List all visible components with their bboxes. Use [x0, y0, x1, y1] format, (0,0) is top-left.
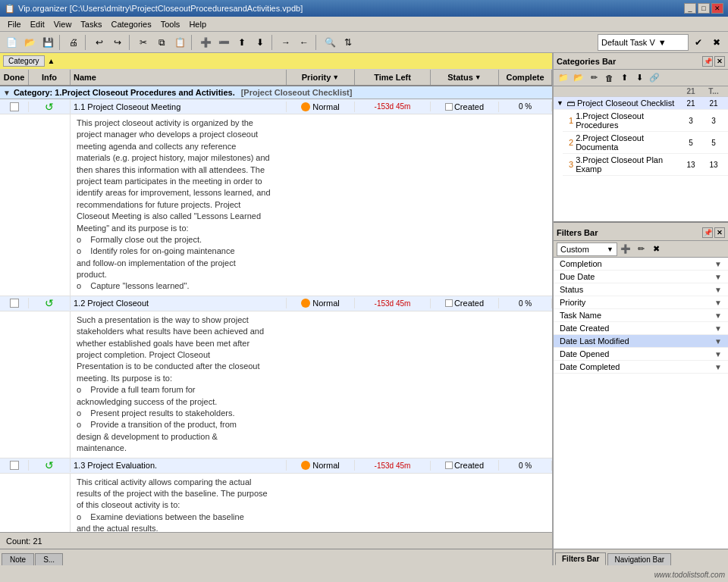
list-item[interactable]: Date Created ▼ [554, 322, 728, 335]
expand-icon-cat1[interactable]: ▼ [3, 89, 11, 97]
categories-pin-button[interactable]: 📌 [702, 56, 713, 67]
tree-cat2-total: 5 [702, 139, 725, 147]
filters-bar-tab[interactable]: Filters Bar [555, 552, 606, 565]
toolbar-sep1 [59, 35, 62, 50]
indent-button[interactable]: → [278, 34, 294, 51]
filter-due-date: Due Date [560, 272, 714, 281]
cat-add-button[interactable]: 📁 [557, 71, 570, 85]
menu-view[interactable]: View [49, 18, 77, 30]
save-button[interactable]: 💾 [39, 34, 56, 51]
menu-categories[interactable]: Categories [106, 18, 155, 30]
cut-button[interactable]: ✂ [135, 34, 152, 51]
add-task-button[interactable]: ➕ [197, 34, 214, 51]
cat-move-up-button[interactable]: ⬆ [617, 71, 631, 85]
tree-cat3-label: 3.Project Closeout Plan Examp [576, 155, 679, 174]
col-header-name[interactable]: Name [71, 70, 287, 85]
task-priority-cell: Normal [287, 298, 355, 308]
outdent-button[interactable]: ← [296, 34, 312, 51]
tree-item-cat1[interactable]: 1 1.Project Closeout Procedures 3 3 [563, 110, 728, 132]
task-name-cell[interactable]: 1.1 Project Closeout Meeting [71, 102, 287, 112]
titlebar: 📋 Vip.organizer [C:\Users\dmitry\Project… [0, 0, 728, 17]
cat-add-sub-button[interactable]: 📂 [572, 71, 585, 85]
filter-date-created: Date Created [560, 324, 714, 333]
menu-help[interactable]: Help [184, 18, 211, 30]
col-header-done[interactable]: Done [0, 70, 29, 85]
move-down-button[interactable]: ⬇ [252, 34, 268, 51]
list-item[interactable]: Date Last Modified ▼ [554, 335, 728, 348]
maximize-button[interactable]: □ [698, 3, 710, 14]
toolbar-extra2[interactable]: ✖ [708, 34, 725, 51]
watermark: www.todolistsoft.com [654, 571, 725, 579]
col-header-priority[interactable]: Priority ▼ [287, 70, 355, 85]
tree-cat3-undone: 13 [679, 161, 702, 169]
list-item[interactable]: Date Opened ▼ [554, 348, 728, 361]
list-item[interactable]: Priority ▼ [554, 296, 728, 309]
sort-button[interactable]: ⇅ [340, 34, 356, 51]
priority-filter-icon[interactable]: ▼ [332, 74, 339, 81]
status-filter-icon[interactable]: ▼ [475, 74, 482, 81]
task-name-cell[interactable]: 1.3 Project Evaluation. [71, 460, 287, 471]
filter-status: Status [560, 285, 714, 294]
filter-custom-dropdown[interactable]: Custom ▼ [557, 242, 617, 256]
toolbar-sep2 [85, 35, 88, 50]
menu-edit[interactable]: Edit [26, 18, 49, 30]
task-list[interactable]: ▼ Category: 1.Project Closeout Procedure… [0, 86, 552, 532]
tree-item-cat2[interactable]: 2 2.Project Closeout Documenta 5 5 [563, 132, 728, 154]
cat-link-button[interactable]: 🔗 [648, 71, 661, 85]
category-row-1[interactable]: ▼ Category: 1.Project Closeout Procedure… [0, 86, 552, 99]
titlebar-title: Vip.organizer [C:\Users\dmitry\ProjectCl… [18, 4, 303, 13]
tree-item-root[interactable]: ▼ 🗃 Project Closeout Checklist 21 21 [554, 97, 728, 110]
col-header-info[interactable]: Info [29, 70, 71, 85]
list-item[interactable]: Task Name ▼ [554, 309, 728, 322]
tree-item-cat3[interactable]: 3 3.Project Closeout Plan Examp 13 13 [563, 154, 728, 176]
filter-delete-button[interactable]: ✖ [649, 242, 663, 256]
filters-pin-button[interactable]: 📌 [702, 227, 713, 238]
close-button[interactable]: ✕ [711, 3, 723, 14]
tree-expand-root: ▼ [557, 99, 563, 107]
task-checkbox[interactable] [10, 299, 19, 308]
move-up-button[interactable]: ⬆ [234, 34, 250, 51]
task-priority-cell: Normal [287, 102, 355, 112]
cat-edit-button[interactable]: ✏ [587, 71, 601, 85]
note-tab[interactable]: Note [2, 553, 34, 565]
menu-tools[interactable]: Tools [156, 18, 185, 30]
open-button[interactable]: 📂 [21, 34, 38, 51]
toolbar-extra1[interactable]: ✔ [690, 34, 707, 51]
paste-button[interactable]: 📋 [171, 34, 188, 51]
filters-close-button[interactable]: ✕ [714, 227, 725, 238]
tree-root-label: Project Closeout Checklist [577, 99, 679, 108]
menu-tasks[interactable]: Tasks [76, 18, 106, 30]
list-item[interactable]: Status ▼ [554, 283, 728, 296]
copy-button[interactable]: ⧉ [153, 34, 170, 51]
task-checkbox[interactable] [10, 461, 19, 470]
task-name-cell[interactable]: 1.2 Project Closeout [71, 298, 287, 308]
col-header-timeleft[interactable]: Time Left [355, 70, 431, 85]
schedule-tab[interactable]: S... [35, 553, 63, 565]
task-checkbox[interactable] [10, 102, 19, 111]
menu-file[interactable]: File [3, 18, 26, 30]
col-header-status[interactable]: Status ▼ [431, 70, 499, 85]
list-item[interactable]: Due Date ▼ [554, 271, 728, 283]
undo-button[interactable]: ↩ [91, 34, 108, 51]
category-button[interactable]: Category [3, 55, 45, 67]
col-header-complete[interactable]: Complete [499, 70, 552, 85]
count-bar: Count: 21 [0, 532, 552, 549]
filter-add-button[interactable]: ➕ [619, 242, 632, 256]
view-dropdown[interactable]: Default Task V ▼ [598, 34, 689, 51]
cat-delete-button[interactable]: 🗑 [602, 71, 616, 85]
filter-arrow-icon: ▼ [714, 363, 722, 371]
task-complete-cell: 0 % [499, 102, 552, 111]
delete-task-button[interactable]: ➖ [215, 34, 232, 51]
list-item[interactable]: Date Completed ▼ [554, 361, 728, 374]
new-button[interactable]: 📄 [3, 34, 20, 51]
cat-move-down-button[interactable]: ⬇ [632, 71, 646, 85]
list-item[interactable]: Completion ▼ [554, 258, 728, 271]
print-button[interactable]: 🖨 [65, 34, 82, 51]
filter-button[interactable]: 🔍 [322, 34, 338, 51]
minimize-button[interactable]: _ [684, 3, 696, 14]
filter-edit-button[interactable]: ✏ [634, 242, 648, 256]
redo-button[interactable]: ↪ [109, 34, 126, 51]
task-icon-cat2: 2 [569, 138, 573, 147]
categories-close-button[interactable]: ✕ [714, 56, 725, 67]
navigation-bar-tab[interactable]: Navigation Bar [607, 553, 671, 565]
